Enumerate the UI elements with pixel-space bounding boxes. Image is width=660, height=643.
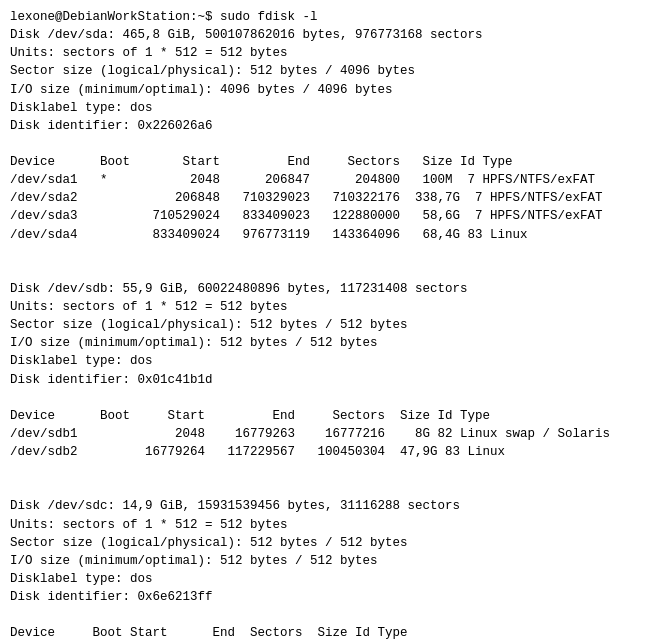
terminal-window: lexone@DebianWorkStation:~$ sudo fdisk -… — [0, 0, 660, 643]
